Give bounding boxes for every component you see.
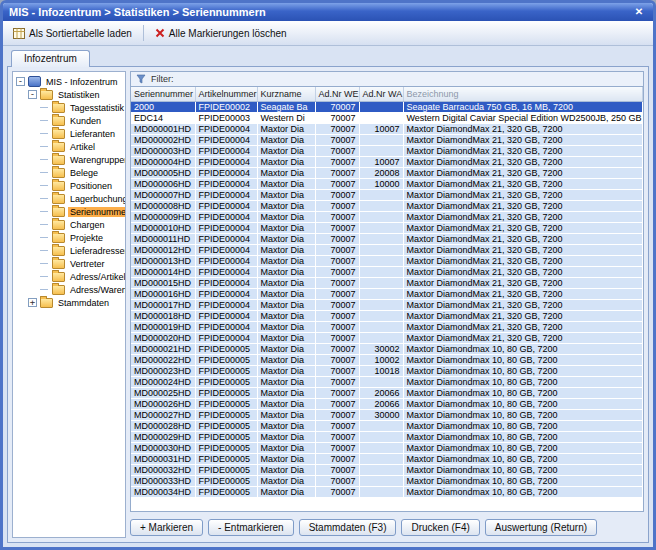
drucken-button[interactable]: Drucken (F4) [401, 519, 479, 536]
table-row[interactable]: MD000011HD FPIDE00004 Maxtor Dia 70007 M… [131, 233, 643, 244]
tree-expander-icon[interactable] [40, 246, 49, 255]
tree-expander-icon[interactable]: - [28, 90, 37, 99]
tree-expander-icon[interactable] [40, 272, 49, 281]
column-header[interactable]: Ad.Nr WA [359, 87, 403, 101]
column-header[interactable]: Seriennummer [131, 87, 195, 101]
entmarkieren-button[interactable]: - Entmarkieren [208, 519, 294, 536]
clear-marks-button[interactable]: Alle Markierungen löschen [151, 26, 291, 41]
cell-seriennummer: MD000029HD [131, 431, 195, 442]
table-row[interactable]: MD000002HD FPIDE00004 Maxtor Dia 70007 M… [131, 134, 643, 145]
cell-adnr-we: 70007 [315, 277, 359, 288]
table-row[interactable]: MD000004HD FPIDE00004 Maxtor Dia 70007 1… [131, 156, 643, 167]
table-row[interactable]: MD000029HD FPIDE00005 Maxtor Dia 70007 M… [131, 431, 643, 442]
table-row[interactable]: MD000015HD FPIDE00004 Maxtor Dia 70007 M… [131, 277, 643, 288]
table-row[interactable]: MD000016HD FPIDE00004 Maxtor Dia 70007 M… [131, 288, 643, 299]
table-row[interactable]: MD000032HD FPIDE00005 Maxtor Dia 70007 M… [131, 464, 643, 475]
table-row[interactable]: MD000001HD FPIDE00004 Maxtor Dia 70007 1… [131, 123, 643, 134]
tree-item[interactable]: Tagesstatistik [13, 101, 125, 114]
cell-artikelnummer: FPIDE00004 [195, 288, 257, 299]
column-header[interactable]: Bezeichnung [403, 87, 643, 101]
table-row[interactable]: EDC14 FPIDE00003 Western Di 70007 Wester… [131, 112, 643, 123]
tree-item[interactable]: - MIS - Infozentrum [13, 75, 125, 88]
table-row[interactable]: MD000021HD FPIDE00005 Maxtor Dia 70007 3… [131, 343, 643, 354]
table-row[interactable]: MD000033HD FPIDE00005 Maxtor Dia 70007 M… [131, 475, 643, 486]
table-row[interactable]: MD000026HD FPIDE00005 Maxtor Dia 70007 2… [131, 398, 643, 409]
tree-item[interactable]: Belege [13, 166, 125, 179]
table-row[interactable]: MD000028HD FPIDE00005 Maxtor Dia 70007 M… [131, 420, 643, 431]
tree-expander-icon[interactable]: - [16, 77, 25, 86]
table-row[interactable]: MD000019HD FPIDE00004 Maxtor Dia 70007 M… [131, 321, 643, 332]
table-row[interactable]: MD000024HD FPIDE00005 Maxtor Dia 70007 M… [131, 376, 643, 387]
table-row[interactable]: MD000017HD FPIDE00004 Maxtor Dia 70007 M… [131, 299, 643, 310]
table-row[interactable]: MD000025HD FPIDE00005 Maxtor Dia 70007 2… [131, 387, 643, 398]
column-header[interactable]: Ad.Nr WE [315, 87, 359, 101]
table-row[interactable]: MD000007HD FPIDE00004 Maxtor Dia 70007 M… [131, 189, 643, 200]
table-row[interactable]: MD000008HD FPIDE00004 Maxtor Dia 70007 M… [131, 200, 643, 211]
tree-expander-icon[interactable] [40, 259, 49, 268]
table-row[interactable]: MD000012HD FPIDE00004 Maxtor Dia 70007 M… [131, 244, 643, 255]
tree-item[interactable]: Positionen [13, 179, 125, 192]
column-header[interactable]: Kurzname [257, 87, 315, 101]
tree-expander-icon[interactable] [40, 220, 49, 229]
table-row[interactable]: MD000006HD FPIDE00004 Maxtor Dia 70007 1… [131, 178, 643, 189]
tree-item[interactable]: Lieferanten [13, 127, 125, 140]
tree-item[interactable]: Adress/Artikel [13, 270, 125, 283]
stammdaten-button[interactable]: Stammdaten (F3) [299, 519, 397, 536]
table-row[interactable]: MD000018HD FPIDE00004 Maxtor Dia 70007 M… [131, 310, 643, 321]
tree-expander-icon[interactable] [40, 155, 49, 164]
table-row[interactable]: MD000022HD FPIDE00005 Maxtor Dia 70007 1… [131, 354, 643, 365]
tab-infozentrum[interactable]: Infozentrum [11, 50, 90, 67]
cell-artikelnummer: FPIDE00004 [195, 200, 257, 211]
tree-expander-icon[interactable] [40, 285, 49, 294]
tree-item[interactable]: Lagerbuchungen [13, 192, 125, 205]
tree-expander-icon[interactable] [40, 181, 49, 190]
cell-adnr-we: 70007 [315, 343, 359, 354]
markieren-button[interactable]: + Markieren [130, 519, 203, 536]
tree-item[interactable]: Artikel [13, 140, 125, 153]
tree-item-label: MIS - Infozentrum [44, 77, 120, 87]
table-row[interactable]: MD000003HD FPIDE00004 Maxtor Dia 70007 M… [131, 145, 643, 156]
cell-seriennummer: MD000008HD [131, 200, 195, 211]
tree-item[interactable]: Vertreter [13, 257, 125, 270]
table-row[interactable]: MD000014HD FPIDE00004 Maxtor Dia 70007 M… [131, 266, 643, 277]
table-row[interactable]: MD000034HD FPIDE00005 Maxtor Dia 70007 M… [131, 486, 643, 497]
table-row[interactable]: MD000013HD FPIDE00004 Maxtor Dia 70007 M… [131, 255, 643, 266]
table-row[interactable]: MD000020HD FPIDE00004 Maxtor Dia 70007 M… [131, 332, 643, 343]
table-row[interactable]: MD000005HD FPIDE00004 Maxtor Dia 70007 2… [131, 167, 643, 178]
table-row[interactable]: MD000031HD FPIDE00005 Maxtor Dia 70007 M… [131, 453, 643, 464]
tree-item[interactable]: Warengruppen [13, 153, 125, 166]
column-header[interactable]: Artikelnummer [195, 87, 257, 101]
cell-kurzname: Maxtor Dia [257, 134, 315, 145]
table-row[interactable]: 2000 FPIDE00002 Seagate Ba 70007 Seagate… [131, 101, 643, 112]
cell-seriennummer: MD000010HD [131, 222, 195, 233]
auswertung-button[interactable]: Auswertung (Return) [485, 519, 597, 536]
cell-artikelnummer: FPIDE00004 [195, 233, 257, 244]
table-row[interactable]: MD000030HD FPIDE00005 Maxtor Dia 70007 M… [131, 442, 643, 453]
table-row[interactable]: MD000027HD FPIDE00005 Maxtor Dia 70007 3… [131, 409, 643, 420]
tree-expander-icon[interactable]: + [28, 298, 37, 307]
table-row[interactable]: MD000009HD FPIDE00004 Maxtor Dia 70007 M… [131, 211, 643, 222]
table-row[interactable]: MD000010HD FPIDE00004 Maxtor Dia 70007 M… [131, 222, 643, 233]
tree-expander-icon[interactable] [40, 207, 49, 216]
tree-expander-icon[interactable] [40, 233, 49, 242]
cell-seriennummer: MD000007HD [131, 189, 195, 200]
load-sort-table-button[interactable]: Als Sortiertabelle laden [9, 26, 136, 41]
tree-item[interactable]: Projekte [13, 231, 125, 244]
tree-expander-icon[interactable] [40, 168, 49, 177]
tree-item[interactable]: Seriennummern [13, 205, 125, 218]
tree-expander-icon[interactable] [40, 116, 49, 125]
table-row[interactable]: MD000023HD FPIDE00005 Maxtor Dia 70007 1… [131, 365, 643, 376]
tree-expander-icon[interactable] [40, 194, 49, 203]
cell-seriennummer: MD000019HD [131, 321, 195, 332]
tree-item[interactable]: + Stammdaten [13, 296, 125, 309]
tree-expander-icon[interactable] [40, 142, 49, 151]
cell-seriennummer: MD000009HD [131, 211, 195, 222]
tree-item[interactable]: Adress/Warengruppen [13, 283, 125, 296]
tree-item[interactable]: Kunden [13, 114, 125, 127]
close-button[interactable]: ✕ [631, 5, 647, 19]
tree-expander-icon[interactable] [40, 103, 49, 112]
tree-item[interactable]: Chargen [13, 218, 125, 231]
tree-item[interactable]: Lieferadressen [13, 244, 125, 257]
tree-expander-icon[interactable] [40, 129, 49, 138]
tree-item[interactable]: - Statistiken [13, 88, 125, 101]
